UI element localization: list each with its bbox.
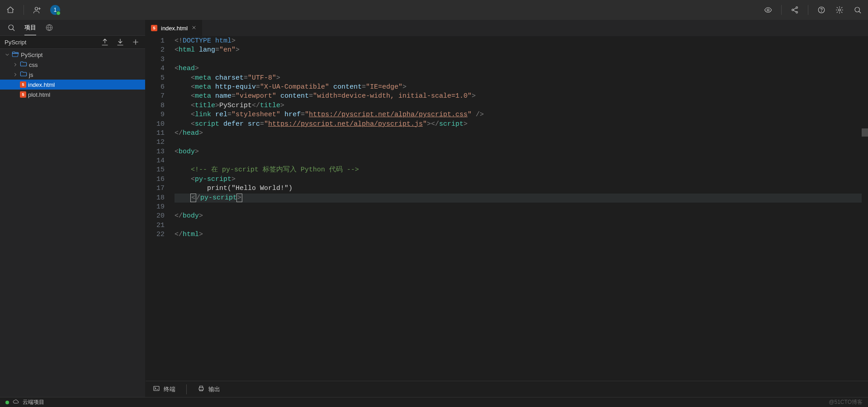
avatar[interactable]: 1 (50, 5, 60, 15)
svg-point-1 (767, 9, 769, 11)
line-gutter: 12345678910111213141516171819202122 (146, 36, 175, 381)
status-dot-icon (5, 401, 9, 404)
project-header-actions (100, 37, 141, 47)
tree-item-label: js (29, 71, 33, 78)
editor-tabbar: 5 index.html (146, 20, 868, 36)
divider (781, 5, 782, 15)
top-bar-right (763, 5, 863, 15)
chevron-right-icon (13, 72, 18, 77)
svg-point-0 (35, 7, 38, 10)
html-file-icon: 5 (20, 91, 26, 98)
download-icon[interactable] (115, 37, 125, 47)
status-left: 云端项目 (5, 398, 44, 406)
html-file-icon: 5 (20, 81, 26, 88)
search-icon[interactable] (6, 23, 16, 33)
cloud-icon (13, 398, 19, 406)
tree-item-label: index.html (28, 81, 55, 88)
status-cloud-label[interactable]: 云端项目 (23, 398, 44, 406)
tree-folder-js[interactable]: js (0, 70, 145, 80)
home-icon[interactable] (5, 5, 15, 15)
bottom-panel: 终端 输出 (146, 381, 868, 397)
add-icon[interactable] (131, 37, 141, 47)
terminal-icon (153, 385, 160, 393)
svg-rect-12 (199, 388, 203, 390)
main-area: 项目 PyScript PyScript css (0, 20, 868, 397)
panel-output[interactable]: 输出 (198, 385, 220, 393)
code-area[interactable]: <!DOCTYPE html><html lang="en"> <head> <… (175, 36, 868, 381)
folder-icon (20, 61, 27, 69)
folder-open-icon (12, 51, 19, 59)
tree-folder-css[interactable]: css (0, 60, 145, 70)
divider (186, 384, 187, 394)
tab-project[interactable]: 项目 (24, 20, 36, 35)
search-icon[interactable] (853, 5, 863, 15)
minimap-thumb[interactable] (862, 128, 868, 137)
tree-item-label: css (29, 62, 38, 68)
project-header: PyScript (0, 35, 145, 49)
gear-icon[interactable] (835, 5, 844, 15)
tree-file-plot[interactable]: 5 plot.html (0, 90, 145, 99)
editor-tab-index[interactable]: 5 index.html (146, 20, 203, 36)
top-bar-left: 1 (5, 5, 60, 15)
share-icon[interactable] (790, 5, 800, 15)
close-icon[interactable] (191, 25, 197, 32)
printer-icon (198, 385, 205, 393)
file-tree: PyScript css js 5 index.html 5 plot.html (0, 49, 145, 397)
watermark: @51CTO博客 (829, 398, 863, 406)
editor-tab-label: index.html (161, 25, 188, 32)
panel-output-label: 输出 (208, 385, 220, 393)
preview-icon[interactable] (763, 5, 773, 15)
add-user-icon[interactable] (32, 5, 42, 15)
tree-item-label: PyScript (21, 52, 42, 58)
help-icon[interactable] (816, 5, 826, 15)
divider (808, 5, 808, 15)
chevron-right-icon (13, 62, 18, 67)
svg-rect-11 (154, 386, 159, 390)
sidebar: 项目 PyScript PyScript css (0, 20, 146, 397)
panel-terminal[interactable]: 终端 (153, 385, 175, 393)
code-editor[interactable]: 12345678910111213141516171819202122 <!DO… (146, 36, 868, 381)
status-bar: 云端项目 @51CTO博客 (0, 397, 868, 407)
tab-web[interactable] (44, 20, 54, 35)
minimap[interactable] (862, 36, 868, 381)
top-bar: 1 (0, 0, 868, 20)
editor-pane: 5 index.html 123456789101112131415161718… (146, 20, 868, 397)
tree-item-label: plot.html (28, 91, 50, 98)
svg-point-6 (821, 11, 822, 12)
tab-project-label: 项目 (24, 24, 36, 32)
project-title: PyScript (5, 39, 26, 46)
upload-icon[interactable] (100, 37, 110, 47)
tree-file-index[interactable]: 5 index.html (0, 80, 145, 90)
tree-folder-root[interactable]: PyScript (0, 50, 145, 60)
sidebar-tabs: 项目 (0, 20, 145, 35)
divider (24, 5, 24, 15)
chevron-down-icon (5, 52, 10, 57)
svg-point-7 (839, 9, 841, 11)
panel-terminal-label: 终端 (164, 385, 175, 393)
html-file-icon: 5 (151, 25, 157, 31)
folder-icon (20, 71, 27, 79)
